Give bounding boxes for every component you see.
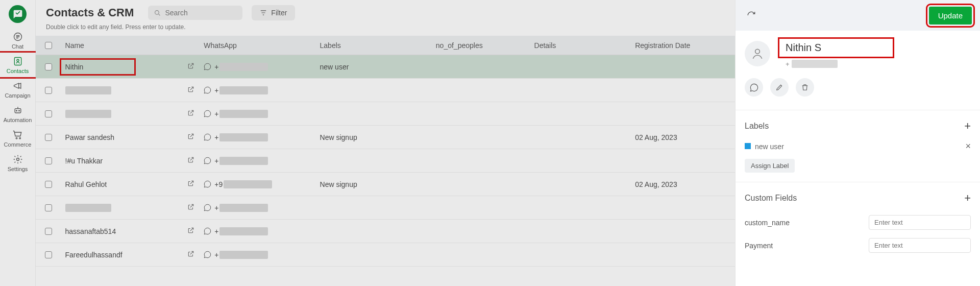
col-registration[interactable]: Registration Date bbox=[635, 41, 726, 50]
contact-name[interactable]: Pawar sandesh bbox=[65, 133, 115, 141]
open-contact-icon[interactable] bbox=[187, 250, 194, 259]
label-color-swatch bbox=[745, 143, 751, 149]
redacted-phone bbox=[219, 157, 268, 165]
col-labels[interactable]: Labels bbox=[320, 41, 436, 50]
col-whatsapp[interactable]: WhatsApp bbox=[204, 41, 320, 50]
custom-field-row: Payment bbox=[745, 234, 971, 257]
cf-input-custom-name[interactable] bbox=[869, 215, 971, 230]
row-checkbox[interactable] bbox=[45, 181, 52, 188]
nav-contacts[interactable]: Contacts bbox=[0, 53, 36, 77]
header: Contacts & CRM Filter bbox=[36, 0, 735, 23]
table-body: Nithin+new user++Pawar sandesh+New signu… bbox=[36, 55, 735, 267]
open-contact-icon[interactable] bbox=[187, 86, 194, 94]
redacted-phone bbox=[219, 63, 268, 71]
refresh-button[interactable] bbox=[744, 8, 759, 23]
table-row[interactable]: + bbox=[36, 79, 735, 102]
main: Contacts & CRM Filter Double click to ed… bbox=[36, 0, 735, 286]
remove-label-button[interactable]: × bbox=[965, 141, 971, 152]
custom-fields-section: Custom Fields + custom_name Payment bbox=[736, 186, 980, 262]
row-checkbox[interactable] bbox=[45, 228, 52, 235]
row-checkbox[interactable] bbox=[45, 204, 52, 211]
redacted-phone bbox=[219, 133, 268, 141]
row-checkbox[interactable] bbox=[45, 110, 52, 117]
nav-campaign[interactable]: Campaign bbox=[0, 77, 36, 102]
nav-chat[interactable]: Chat bbox=[0, 28, 36, 53]
table-row[interactable]: Rahul Gehlot+9New signup02 Aug, 2023 bbox=[36, 173, 735, 196]
table-row[interactable]: Nithin+new user bbox=[36, 55, 735, 79]
update-button[interactable]: Update bbox=[929, 7, 972, 25]
table-row[interactable]: Pawar sandesh+New signup02 Aug, 2023 bbox=[36, 126, 735, 149]
row-checkbox[interactable] bbox=[45, 134, 52, 141]
avatar[interactable] bbox=[745, 41, 770, 66]
whatsapp-icon bbox=[204, 204, 211, 211]
phone-prefix: + bbox=[214, 110, 218, 118]
contact-name[interactable]: Nithin bbox=[61, 60, 135, 74]
nav-settings[interactable]: Settings bbox=[0, 151, 36, 175]
add-custom-field-button[interactable]: + bbox=[964, 192, 971, 205]
whatsapp-action[interactable] bbox=[745, 78, 763, 97]
phone-prefix: + bbox=[214, 133, 218, 141]
trash-icon bbox=[801, 83, 809, 91]
row-reg-date: 02 Aug, 2023 bbox=[635, 180, 677, 188]
table-row[interactable]: + bbox=[36, 102, 735, 126]
label-name: new user bbox=[755, 142, 784, 151]
filter-icon bbox=[260, 9, 267, 16]
table-row[interactable]: hassanaftab514+ bbox=[36, 220, 735, 243]
cf-input-payment[interactable] bbox=[869, 238, 971, 253]
whatsapp-icon bbox=[204, 86, 211, 94]
open-contact-icon[interactable] bbox=[187, 156, 194, 165]
contact-name[interactable]: Rahul Gehlot bbox=[65, 180, 107, 188]
open-contact-icon[interactable] bbox=[187, 133, 194, 141]
chat-icon bbox=[12, 31, 23, 42]
nav-commerce[interactable]: Commerce bbox=[0, 126, 36, 151]
megaphone-icon bbox=[12, 80, 23, 91]
add-label-button[interactable]: + bbox=[964, 120, 971, 133]
redacted-phone bbox=[224, 180, 272, 188]
open-contact-icon[interactable] bbox=[187, 203, 194, 212]
open-contact-icon[interactable] bbox=[187, 180, 194, 188]
row-checkbox[interactable] bbox=[45, 251, 52, 258]
nav-automation[interactable]: Automation bbox=[0, 102, 36, 126]
profile-name[interactable]: Nithin S bbox=[786, 42, 821, 54]
detail-panel: Update Nithin S + Labels + new user × bbox=[735, 0, 980, 286]
edit-action[interactable] bbox=[770, 78, 789, 97]
svg-point-2 bbox=[16, 59, 18, 61]
redacted-phone bbox=[792, 60, 838, 68]
open-contact-icon[interactable] bbox=[187, 62, 194, 71]
row-checkbox[interactable] bbox=[45, 63, 52, 70]
nav-automation-label: Automation bbox=[4, 117, 32, 123]
panel-actions bbox=[736, 76, 980, 106]
filter-button[interactable]: Filter bbox=[252, 5, 295, 20]
col-name[interactable]: Name bbox=[65, 41, 204, 50]
svg-point-5 bbox=[18, 110, 19, 111]
phone-prefix: + bbox=[214, 227, 218, 235]
search-icon bbox=[154, 9, 161, 17]
svg-point-6 bbox=[16, 137, 17, 139]
assign-label-button[interactable]: Assign Label bbox=[745, 159, 795, 173]
search-input[interactable] bbox=[165, 9, 236, 17]
cart-icon bbox=[12, 129, 23, 140]
svg-point-4 bbox=[16, 110, 17, 111]
contacts-icon bbox=[12, 56, 23, 67]
contact-name[interactable]: !#u Thakkar bbox=[65, 157, 103, 165]
open-contact-icon[interactable] bbox=[187, 109, 194, 118]
contact-name[interactable]: hassanaftab514 bbox=[65, 227, 116, 235]
whatsapp-icon bbox=[204, 63, 211, 70]
table-row[interactable]: Fareedulhassandf+ bbox=[36, 243, 735, 267]
robot-icon bbox=[12, 105, 23, 116]
col-details[interactable]: Details bbox=[534, 41, 635, 50]
table-header: Name WhatsApp Labels no_of_peoples Detai… bbox=[36, 36, 735, 55]
search-box[interactable] bbox=[148, 6, 242, 20]
nav-chat-label: Chat bbox=[12, 43, 23, 50]
table-row[interactable]: + bbox=[36, 196, 735, 220]
open-contact-icon[interactable] bbox=[187, 227, 194, 235]
row-checkbox[interactable] bbox=[45, 87, 52, 94]
col-people[interactable]: no_of_peoples bbox=[436, 41, 534, 50]
delete-action[interactable] bbox=[796, 78, 814, 97]
logo[interactable] bbox=[0, 0, 36, 28]
row-label: New signup bbox=[320, 133, 357, 141]
table-row[interactable]: !#u Thakkar+ bbox=[36, 149, 735, 173]
row-checkbox[interactable] bbox=[45, 157, 52, 164]
select-all-checkbox[interactable] bbox=[45, 42, 52, 49]
contact-name[interactable]: Fareedulhassandf bbox=[65, 251, 122, 259]
